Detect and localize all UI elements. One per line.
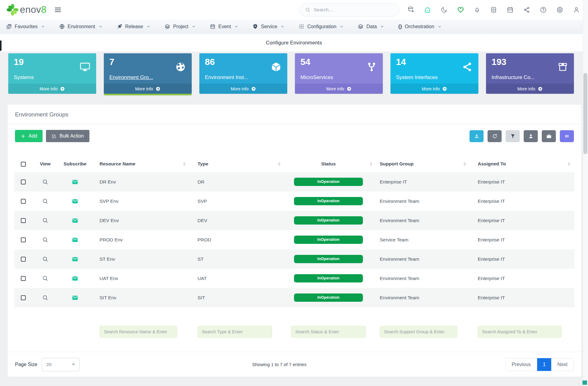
filter-button[interactable] [506, 130, 520, 142]
nav-item-event[interactable]: Event [210, 24, 238, 29]
vertical-scrollbar-thumb[interactable] [583, 73, 587, 154]
dark-mode-moon-icon[interactable] [440, 6, 448, 13]
row-checkbox[interactable] [21, 218, 26, 223]
sort-arrows[interactable] [370, 162, 372, 166]
more-info-button[interactable]: More info [486, 84, 574, 94]
view-magnifier-icon[interactable] [42, 237, 48, 243]
status-badge: InOperation [294, 293, 363, 302]
stat-card-environment-groups[interactable]: 7 Environment Gro... More info [104, 53, 192, 95]
subscribe-envelope-icon[interactable] [72, 198, 78, 205]
sort-arrows[interactable] [183, 162, 186, 166]
subscribe-envelope-icon[interactable] [72, 217, 78, 224]
row-checkbox[interactable] [21, 295, 26, 300]
nav-item-configuration[interactable]: Configuration [299, 24, 343, 29]
row-checkbox[interactable] [21, 237, 26, 242]
search-support-group-input[interactable] [380, 326, 457, 338]
table-row: UAT Env UAT InOperation Environment Team… [14, 269, 575, 288]
clover-logo-icon [6, 3, 19, 16]
column-header-resource-name[interactable]: Resource Name [92, 156, 190, 172]
more-info-button[interactable]: More info [104, 84, 192, 94]
row-checkbox[interactable] [21, 276, 26, 281]
more-info-button[interactable]: More info [295, 84, 383, 94]
subscribe-envelope-icon[interactable] [72, 256, 78, 263]
nav-item-service[interactable]: Service [252, 24, 284, 29]
bulk-action-button[interactable]: Bulk Action [46, 130, 89, 142]
nav-label: Configuration [307, 24, 336, 29]
stat-card-systems[interactable]: 19 Systems More info [8, 53, 96, 94]
next-page-button[interactable]: Next [551, 358, 574, 371]
nav-item-project[interactable]: Project [164, 24, 195, 29]
nav-item-release[interactable]: Release [117, 24, 150, 29]
column-header-support-group[interactable]: Support Group [372, 156, 470, 172]
column-header-status[interactable]: Status [285, 156, 372, 172]
cell-type: PROD [190, 230, 285, 249]
more-info-button[interactable]: More info [390, 84, 478, 94]
stat-label-link[interactable]: Environment Gro... [109, 74, 153, 81]
stat-card-microservices[interactable]: 54 MicroServices More info [295, 53, 383, 94]
sort-arrows[interactable] [463, 162, 466, 166]
subscribe-envelope-icon[interactable] [72, 179, 78, 185]
sort-arrows[interactable] [278, 162, 281, 166]
current-page-button[interactable]: 1 [537, 358, 551, 371]
subscribe-envelope-icon[interactable] [72, 237, 78, 243]
user-profile-icon[interactable] [573, 6, 580, 13]
nav-item-environment[interactable]: Environment [59, 24, 102, 29]
user-assign-button[interactable] [524, 130, 538, 142]
search-input[interactable] [314, 7, 394, 13]
more-info-label: More info [40, 86, 57, 91]
column-header-type[interactable]: Type [190, 156, 285, 172]
favourites-heart-icon[interactable] [457, 6, 464, 13]
vertical-scrollbar-track[interactable] [583, 0, 588, 386]
table-row: PROD Env PROD InOperation Service Team E… [14, 230, 575, 249]
cell-assigned-to: Enterprise IT [470, 230, 575, 249]
cube-icon [270, 61, 282, 73]
search-assigned-to-input[interactable] [478, 326, 562, 338]
columns-button[interactable] [560, 130, 574, 142]
stat-card-infrastructure[interactable]: 193 Infrastructure Co... More info [486, 53, 574, 94]
calendar-icon[interactable] [507, 6, 514, 13]
row-checkbox[interactable] [21, 199, 26, 204]
row-checkbox[interactable] [21, 257, 26, 262]
search-resource-name-input[interactable] [100, 326, 177, 338]
cell-type: SVP [190, 191, 285, 211]
sort-arrows[interactable] [568, 162, 570, 166]
nav-item-favourites[interactable]: Favourites [6, 24, 45, 29]
view-magnifier-icon[interactable] [42, 294, 48, 301]
database-add-icon[interactable] [407, 6, 415, 13]
page-size-select[interactable]: 20 [42, 358, 80, 371]
view-magnifier-icon[interactable] [42, 179, 48, 185]
briefcase-button[interactable] [542, 130, 556, 142]
more-info-label: More info [135, 86, 153, 91]
global-search[interactable] [300, 3, 399, 17]
home-icon[interactable] [424, 6, 431, 13]
stat-card-environment-instances[interactable]: 86 Environment Inst... More info [199, 53, 287, 94]
stat-card-system-interfaces[interactable]: 14 System Interfaces More info [390, 53, 478, 94]
help-icon[interactable] [540, 6, 547, 13]
nav-item-data[interactable]: Data [358, 24, 384, 29]
column-header-assigned-to[interactable]: Assigned To [470, 156, 575, 172]
settings-gear-icon[interactable] [556, 6, 564, 13]
search-type-input[interactable] [198, 326, 272, 338]
nav-item-orchestration[interactable]: {} Orchestration [398, 24, 441, 29]
subscribe-envelope-icon[interactable] [72, 294, 78, 301]
refresh-button[interactable] [488, 130, 502, 142]
view-magnifier-icon[interactable] [42, 217, 48, 224]
download-button[interactable] [469, 130, 484, 142]
more-info-button[interactable]: More info [199, 84, 287, 94]
more-info-button[interactable]: More info [8, 84, 96, 94]
hamburger-menu-icon[interactable] [54, 6, 62, 14]
row-checkbox[interactable] [21, 180, 26, 184]
share-network-icon[interactable] [523, 6, 530, 13]
subscribe-envelope-icon[interactable] [72, 275, 78, 282]
select-all-checkbox[interactable] [21, 162, 26, 167]
add-button[interactable]: Add [15, 130, 43, 142]
side-drawer-handle[interactable] [0, 40, 2, 51]
search-status-input[interactable] [291, 326, 366, 338]
view-magnifier-icon[interactable] [42, 275, 48, 282]
notifications-bell-icon[interactable] [473, 6, 481, 13]
enov8-logo[interactable]: enov8 [6, 3, 47, 16]
archive-icon[interactable] [490, 6, 497, 13]
previous-page-button[interactable]: Previous [505, 358, 537, 371]
view-magnifier-icon[interactable] [42, 256, 48, 262]
view-magnifier-icon[interactable] [42, 198, 48, 204]
